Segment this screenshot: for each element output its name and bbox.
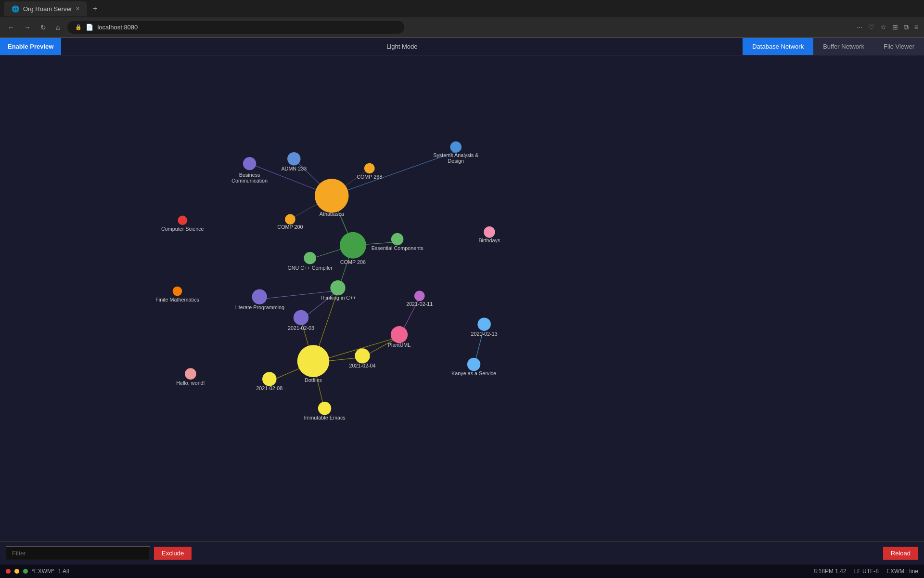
- label-2021-02-03: 2021-02-03: [288, 325, 314, 331]
- label-literate-programming: Literate Programming: [234, 304, 284, 310]
- label-gnu-cpp: GNU C++ Compiler: [287, 265, 333, 271]
- label-computer-science: Computer Science: [161, 226, 204, 232]
- svg-line-3: [332, 152, 456, 196]
- label-essential-components: Essential Components: [372, 245, 424, 251]
- tab-favicon: 🌐: [12, 5, 19, 13]
- node-essential-components[interactable]: [391, 233, 404, 246]
- label-2021-02-04: 2021-02-04: [349, 363, 375, 368]
- forward-button[interactable]: →: [22, 22, 33, 33]
- mode-label: Light Mode: [61, 43, 743, 50]
- network-svg[interactable]: Business Communication ADMN 233 COMP 268…: [0, 55, 924, 551]
- node-gnu-cpp[interactable]: [304, 252, 316, 264]
- back-button[interactable]: ←: [6, 22, 16, 33]
- security-icon: 🔒: [75, 24, 82, 30]
- nodes[interactable]: Business Communication ADMN 233 COMP 268…: [155, 142, 500, 421]
- node-birthdays[interactable]: [484, 226, 495, 238]
- label-comp268: COMP 268: [357, 174, 382, 180]
- node-kanye-service[interactable]: [467, 358, 480, 371]
- node-admn233[interactable]: [287, 152, 300, 165]
- address-bar: ← → ↻ ⌂ 🔒 📄 localhost:8080 ··· ♡ ☆ ⊞ ⧉ ≡: [0, 17, 924, 38]
- node-2021-02-03[interactable]: [294, 310, 308, 325]
- reload-button[interactable]: Reload: [883, 547, 918, 560]
- node-comp268[interactable]: [364, 163, 375, 174]
- node-business-communication[interactable]: [243, 157, 256, 170]
- browser-tab[interactable]: 🌐 Org Roam Server ×: [4, 1, 87, 16]
- node-systems-analysis[interactable]: [450, 142, 462, 153]
- label-2021-02-13: 2021-02-13: [471, 331, 498, 337]
- node-plantuml[interactable]: [391, 326, 408, 343]
- label-birthdays: Birthdays: [478, 237, 500, 243]
- edges: [250, 152, 485, 411]
- node-finite-mathematics[interactable]: [173, 287, 182, 296]
- label-systems-analysis-2: Design: [448, 158, 464, 164]
- tab-database-network[interactable]: Database Network: [743, 38, 813, 55]
- label-systems-analysis-1: Systems Analysis &: [433, 152, 479, 158]
- status-bar: *EXWM* 1 All 8:18PM 1.42 LF UTF-8 EXWM :…: [0, 565, 924, 578]
- url-bar[interactable]: 🔒 📄 localhost:8080: [67, 21, 404, 34]
- reload-button[interactable]: ↻: [38, 22, 48, 33]
- label-thinking-cpp: Thinking in C++: [320, 295, 356, 301]
- node-hello-world[interactable]: [185, 368, 196, 380]
- status-right: 8:18PM 1.42 LF UTF-8 EXWM : line: [814, 568, 918, 575]
- label-immutable-emacs: Immutable Emacs: [304, 415, 345, 420]
- tab-bar: 🌐 Org Roam Server × +: [0, 0, 924, 17]
- menu-button[interactable]: ≡: [914, 23, 918, 31]
- status-dot-green: [23, 569, 28, 574]
- star-button[interactable]: ☆: [880, 23, 886, 31]
- label-comp206: COMP 206: [340, 259, 366, 265]
- label-2021-02-08: 2021-02-08: [256, 385, 282, 391]
- label-athabasca: Athabasca: [320, 211, 344, 217]
- tab-buffer-network[interactable]: Buffer Network: [813, 38, 874, 55]
- label-2021-02-11: 2021-02-11: [406, 301, 433, 307]
- node-2021-02-13[interactable]: [477, 317, 490, 330]
- tab-file-viewer[interactable]: File Viewer: [874, 38, 924, 55]
- network-canvas: Business Communication ADMN 233 COMP 268…: [0, 55, 924, 551]
- label-business-communication: Business: [239, 172, 260, 178]
- new-tab-button[interactable]: +: [89, 0, 101, 17]
- time-label: 8:18PM 1.42: [814, 568, 847, 575]
- browser-chrome: 🌐 Org Roam Server × + ← → ↻ ⌂ 🔒 📄 localh…: [0, 0, 924, 38]
- url-text: localhost:8080: [97, 24, 138, 31]
- filter-input[interactable]: [6, 546, 150, 560]
- label-dotfiles: Dotfiles: [305, 377, 322, 383]
- node-comp206[interactable]: [340, 232, 366, 259]
- tab-title: Org Roam Server: [23, 5, 72, 13]
- url-icon-doc: 📄: [86, 24, 93, 31]
- enable-preview-button[interactable]: Enable Preview: [0, 38, 61, 55]
- node-2021-02-04[interactable]: [355, 348, 370, 363]
- more-button[interactable]: ···: [857, 23, 862, 31]
- label-plantuml: PlantUML: [388, 342, 411, 348]
- bookmark-button[interactable]: ♡: [868, 23, 874, 31]
- status-left: *EXWM* 1 All: [6, 568, 69, 575]
- node-dotfiles[interactable]: [297, 345, 330, 377]
- label-hello-world: Hello, world!: [176, 380, 205, 386]
- node-immutable-emacs[interactable]: [318, 402, 331, 415]
- tab-close-button[interactable]: ×: [76, 5, 79, 12]
- browser-actions: ··· ♡ ☆ ⊞ ⧉ ≡: [857, 23, 918, 31]
- exclude-button[interactable]: Exclude: [154, 547, 192, 560]
- label-kanye-service: Kanye as a Service: [451, 370, 496, 376]
- workspace-label: *EXWM*: [32, 568, 54, 575]
- label-finite-mathematics: Finite Mathematics: [155, 297, 199, 302]
- node-2021-02-08[interactable]: [262, 372, 276, 386]
- status-dot-yellow: [14, 569, 19, 574]
- node-literate-programming[interactable]: [252, 289, 267, 304]
- screen-label: 1 All: [58, 568, 69, 575]
- encoding-label: LF UTF-8: [854, 568, 879, 575]
- node-athabasca[interactable]: [315, 179, 349, 213]
- node-thinking-cpp[interactable]: [330, 280, 345, 295]
- app-toolbar: Enable Preview Light Mode Database Netwo…: [0, 38, 924, 55]
- mode-label-status: EXWM : line: [886, 568, 918, 575]
- status-dot-red: [6, 569, 11, 574]
- node-computer-science[interactable]: [178, 216, 187, 225]
- label-business-communication-2: Communication: [231, 178, 268, 184]
- split-button[interactable]: ⧉: [904, 23, 909, 31]
- home-button[interactable]: ⌂: [54, 22, 62, 33]
- extensions-button[interactable]: ⊞: [892, 23, 898, 31]
- bottom-bar: Exclude Reload: [0, 541, 924, 565]
- label-admn233: ADMN 233: [281, 166, 307, 171]
- node-comp200[interactable]: [285, 214, 295, 225]
- node-2021-02-11[interactable]: [414, 290, 425, 301]
- nav-tabs: Database Network Buffer Network File Vie…: [743, 38, 924, 55]
- label-comp200: COMP 200: [277, 224, 303, 230]
